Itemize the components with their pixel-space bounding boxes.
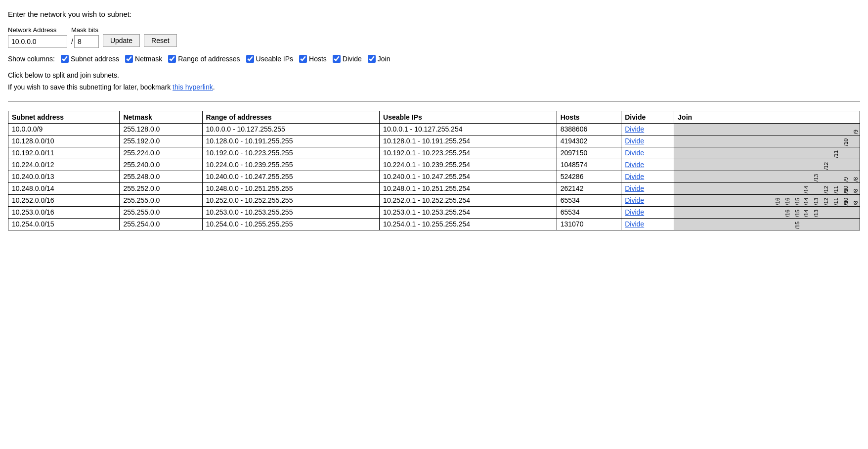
table-row: 10.248.0.0/14255.252.0.010.248.0.0 - 10.…	[8, 182, 860, 194]
cell-join[interactable]: /9	[674, 123, 860, 135]
cell-range: 10.224.0.0 - 10.239.255.255	[202, 159, 380, 171]
join-label: /13	[814, 174, 819, 182]
join-label: /8	[853, 177, 859, 182]
network-input[interactable]	[8, 35, 67, 48]
cell-netmask: 255.255.0.0	[120, 194, 202, 206]
cell-divide[interactable]: Divide	[621, 123, 674, 135]
checkbox-netmask[interactable]: Netmask	[125, 55, 162, 63]
info-line1: Click below to split and join subnets.	[8, 70, 860, 82]
checkbox-join[interactable]: Join	[368, 55, 391, 63]
join-label: /10	[843, 138, 849, 146]
cell-range: 10.128.0.0 - 10.191.255.255	[202, 135, 380, 147]
reset-button[interactable]: Reset	[144, 34, 177, 47]
table-row: 10.192.0.0/11255.224.0.010.192.0.0 - 10.…	[8, 147, 860, 159]
cell-useable: 10.252.0.1 - 10.252.255.254	[380, 194, 557, 206]
cell-join[interactable]: /10	[674, 135, 860, 147]
show-columns-row: Show columns: Subnet address Netmask Ran…	[8, 55, 860, 63]
cell-netmask: 255.254.0.0	[120, 218, 202, 230]
cell-useable: 10.128.0.1 - 10.191.255.254	[380, 135, 557, 147]
cell-hosts: 524286	[557, 171, 621, 182]
cell-divide[interactable]: Divide	[621, 194, 674, 206]
table-row: 10.224.0.0/12255.240.0.010.224.0.0 - 10.…	[8, 159, 860, 171]
join-label: /12	[824, 197, 829, 206]
hyperlink[interactable]: this hyperlink	[173, 83, 213, 91]
divider	[8, 101, 860, 102]
join-label: /16	[785, 197, 790, 206]
cell-join[interactable]: /16/15/14/13	[674, 206, 860, 218]
join-label: /12	[824, 185, 829, 194]
th-hosts: Hosts	[557, 111, 621, 123]
join-label: /9	[843, 188, 849, 194]
cell-subnet: 10.253.0.0/16	[8, 206, 120, 218]
cell-divide[interactable]: Divide	[621, 171, 674, 182]
join-label: /15	[795, 221, 800, 229]
cell-join[interactable]: /15	[674, 218, 860, 230]
cell-divide[interactable]: Divide	[621, 218, 674, 230]
cell-useable: 10.192.0.1 - 10.223.255.254	[380, 147, 557, 159]
cell-hosts: 8388606	[557, 123, 621, 135]
th-netmask: Netmask	[120, 111, 202, 123]
cell-hosts: 65534	[557, 206, 621, 218]
join-label: /9	[843, 200, 849, 206]
mask-label: Mask bits	[71, 26, 99, 34]
th-subnet: Subnet address	[8, 111, 120, 123]
cell-divide[interactable]: Divide	[621, 206, 674, 218]
checkbox-useable-ips[interactable]: Useable IPs	[246, 55, 293, 63]
cell-netmask: 255.128.0.0	[120, 123, 202, 135]
update-button[interactable]: Update	[103, 34, 140, 47]
checkbox-hosts[interactable]: Hosts	[299, 55, 327, 63]
cell-subnet: 10.252.0.0/16	[8, 194, 120, 206]
join-label: /15	[795, 197, 800, 206]
cell-divide[interactable]: Divide	[621, 135, 674, 147]
subnet-table: Subnet address Netmask Range of addresse…	[8, 111, 860, 230]
cell-range: 10.0.0.0 - 10.127.255.255	[202, 123, 380, 135]
table-header-row: Subnet address Netmask Range of addresse…	[8, 111, 860, 123]
join-label: /11	[833, 185, 839, 194]
table-row: 10.240.0.0/13255.248.0.010.240.0.0 - 10.…	[8, 171, 860, 182]
cell-useable: 10.0.0.1 - 10.127.255.254	[380, 123, 557, 135]
table-row: 10.128.0.0/10255.192.0.010.128.0.0 - 10.…	[8, 135, 860, 147]
th-useable: Useable IPs	[380, 111, 557, 123]
cell-useable: 10.253.0.1 - 10.253.255.254	[380, 206, 557, 218]
cell-divide[interactable]: Divide	[621, 182, 674, 194]
th-range: Range of addresses	[202, 111, 380, 123]
cell-join[interactable]: /11	[674, 147, 860, 159]
cell-join[interactable]: /13/9/8	[674, 171, 860, 182]
form-row: Network Address Mask bits / Update Reset	[8, 26, 860, 48]
cell-subnet: 10.240.0.0/13	[8, 171, 120, 182]
cell-join[interactable]: /16/16/15/14/13/12/11/10/9/8	[674, 194, 860, 206]
cell-range: 10.248.0.0 - 10.251.255.255	[202, 182, 380, 194]
cell-hosts: 262142	[557, 182, 621, 194]
checkbox-divide[interactable]: Divide	[333, 55, 362, 63]
checkbox-subnet-address[interactable]: Subnet address	[61, 55, 119, 63]
cell-range: 10.254.0.0 - 10.255.255.255	[202, 218, 380, 230]
join-label: /13	[814, 209, 819, 218]
mask-input[interactable]	[74, 35, 99, 48]
info-line2: If you wish to save this subnetting for …	[8, 82, 860, 93]
cell-hosts: 65534	[557, 194, 621, 206]
cell-subnet: 10.248.0.0/14	[8, 182, 120, 194]
join-label: /16	[785, 209, 790, 218]
cell-subnet: 10.224.0.0/12	[8, 159, 120, 171]
cell-netmask: 255.252.0.0	[120, 182, 202, 194]
cell-range: 10.253.0.0 - 10.253.255.255	[202, 206, 380, 218]
table-row: 10.254.0.0/15255.254.0.010.254.0.0 - 10.…	[8, 218, 860, 230]
join-label: /8	[853, 188, 859, 194]
cell-divide[interactable]: Divide	[621, 159, 674, 171]
intro-text: Enter the network you wish to subnet:	[8, 10, 860, 18]
checkbox-range[interactable]: Range of addresses	[168, 55, 240, 63]
table-row: 10.253.0.0/16255.255.0.010.253.0.0 - 10.…	[8, 206, 860, 218]
join-label: /12	[824, 162, 829, 170]
join-label: /9	[843, 177, 849, 182]
cell-join[interactable]: /14/12/11/10/9/8	[674, 182, 860, 194]
cell-subnet: 10.192.0.0/11	[8, 147, 120, 159]
join-label: /11	[833, 197, 839, 206]
cell-hosts: 4194302	[557, 135, 621, 147]
network-label: Network Address	[8, 26, 67, 34]
th-divide: Divide	[621, 111, 674, 123]
cell-range: 10.192.0.0 - 10.223.255.255	[202, 147, 380, 159]
network-address-group: Network Address	[8, 26, 67, 48]
table-row: 10.252.0.0/16255.255.0.010.252.0.0 - 10.…	[8, 194, 860, 206]
cell-join[interactable]: /12	[674, 159, 860, 171]
cell-divide[interactable]: Divide	[621, 147, 674, 159]
